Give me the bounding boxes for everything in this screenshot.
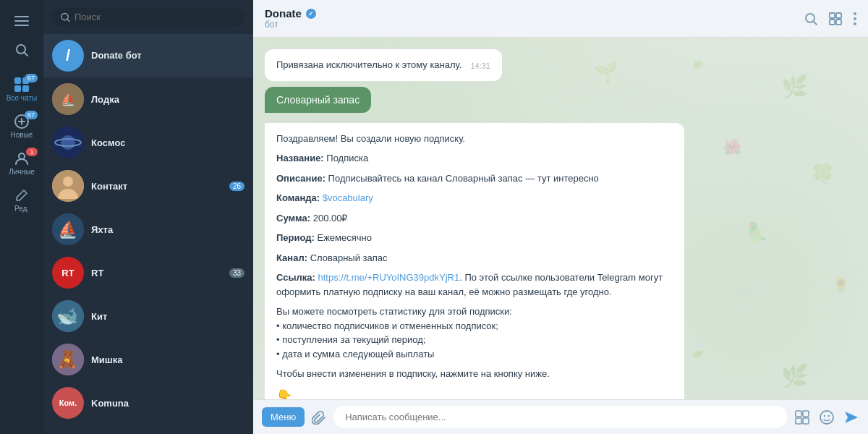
list-item[interactable]: RT RT 33 bbox=[43, 251, 253, 294]
svg-rect-34 bbox=[803, 411, 809, 417]
input-actions bbox=[794, 409, 859, 425]
sidebar-search-button[interactable] bbox=[0, 38, 43, 62]
svg-text:🐋: 🐋 bbox=[56, 305, 78, 326]
list-item[interactable]: ⛵ Лодка bbox=[43, 77, 253, 121]
svg-point-29 bbox=[854, 12, 856, 15]
period-section: Период: Ежемесячно bbox=[276, 231, 673, 245]
list-item[interactable]: 🧸 Мишка bbox=[43, 338, 253, 381]
svg-point-24 bbox=[806, 14, 814, 22]
svg-rect-26 bbox=[836, 13, 841, 18]
link-section: Ссылка: https://t.me/+RUYoING39pdkYjR1. … bbox=[276, 271, 673, 299]
chat-input-area: Меню bbox=[253, 399, 868, 434]
layout-icon[interactable] bbox=[829, 12, 842, 25]
svg-text:⛵: ⛵ bbox=[58, 220, 78, 239]
sidebar-item-all-chats[interactable]: 67 Все чаты bbox=[0, 71, 43, 108]
chat-list-header bbox=[43, 0, 253, 34]
verified-badge: ✓ bbox=[306, 9, 316, 19]
all-chats-label: Все чаты bbox=[7, 94, 37, 102]
chat-name: Яхта bbox=[91, 224, 244, 235]
avatar: ⛵ bbox=[52, 213, 84, 245]
avatar: ⛵ bbox=[52, 83, 84, 115]
personal-label: Личные bbox=[9, 168, 35, 176]
svg-point-17 bbox=[63, 176, 73, 187]
sidebar-icons: 67 Все чаты 67 Новые 1 Личные bbox=[0, 0, 43, 434]
all-chats-badge: 67 bbox=[25, 74, 38, 82]
search-bar[interactable] bbox=[52, 7, 244, 27]
congratulations-text: Поздравляем! Вы создали новую подписку. bbox=[276, 132, 673, 146]
chat-name: Космос bbox=[91, 137, 244, 148]
messages-area: Привязана исключительно к этому каналу. … bbox=[253, 38, 868, 399]
point-down-emoji: 👇 bbox=[276, 387, 673, 400]
svg-point-39 bbox=[828, 414, 830, 416]
search-icon bbox=[61, 12, 70, 22]
avatar: 🐋 bbox=[52, 300, 84, 332]
chat-header-status: бот bbox=[265, 20, 796, 30]
chat-info: Контакт bbox=[91, 181, 222, 192]
svg-point-14 bbox=[61, 135, 75, 150]
chat-info: Donate бот bbox=[91, 50, 244, 62]
chat-name: Лодка bbox=[91, 94, 244, 105]
list-item[interactable]: Контакт 26 bbox=[43, 164, 253, 208]
avatar: 🧸 bbox=[52, 344, 84, 375]
new-badge: 67 bbox=[25, 111, 38, 119]
chat-header-actions bbox=[804, 12, 856, 25]
avatar bbox=[52, 127, 84, 158]
list-item[interactable]: / Donate бот bbox=[43, 34, 253, 77]
svg-rect-7 bbox=[22, 85, 29, 92]
svg-point-31 bbox=[854, 22, 856, 25]
search-header-icon[interactable] bbox=[804, 12, 817, 25]
avatar bbox=[52, 170, 84, 202]
chat-badge: 33 bbox=[229, 268, 244, 278]
chat-info: Мишка bbox=[91, 354, 244, 365]
svg-rect-25 bbox=[830, 13, 835, 18]
message-input[interactable] bbox=[333, 406, 787, 428]
subscription-link[interactable]: https://t.me/+RUYoING39pdkYjR1 bbox=[318, 272, 460, 283]
avatar: Ком. bbox=[52, 387, 84, 419]
top-message-time: 14:31 bbox=[470, 60, 490, 72]
emoji-icon[interactable] bbox=[819, 409, 835, 425]
more-options-icon[interactable] bbox=[854, 12, 856, 25]
top-message-text: Привязана исключительно к этому каналу. bbox=[276, 58, 461, 72]
svg-rect-27 bbox=[830, 20, 835, 25]
chat-badge: 26 bbox=[229, 182, 244, 191]
svg-rect-0 bbox=[14, 16, 29, 17]
sidebar-item-edit[interactable]: Ред. bbox=[0, 182, 43, 218]
chat-header: Donate ✓ бот bbox=[253, 0, 868, 38]
channel-section: Канал: Словарный запас bbox=[276, 251, 673, 265]
sum-section: Сумма: 200.00₽ bbox=[276, 211, 673, 226]
command-link[interactable]: $vocabulary bbox=[323, 192, 373, 203]
chat-info: Komunа bbox=[91, 398, 244, 409]
svg-rect-28 bbox=[836, 20, 841, 25]
command-section: Команда: $vocabulary bbox=[276, 191, 673, 205]
edit-label: Ред. bbox=[14, 205, 29, 213]
svg-text:⛵: ⛵ bbox=[61, 93, 75, 106]
search-input[interactable] bbox=[75, 12, 236, 22]
chat-info: Космос bbox=[91, 137, 244, 148]
section-header-bubble: Словарный запас bbox=[265, 87, 371, 117]
personal-badge: 1 bbox=[26, 148, 38, 156]
menu-button[interactable]: Меню bbox=[262, 407, 305, 427]
svg-point-38 bbox=[824, 414, 825, 416]
list-item[interactable]: Ком. Komunа bbox=[43, 381, 253, 425]
sticker-icon[interactable] bbox=[794, 409, 810, 425]
chat-items-list: / Donate бот ⛵ Лодка Космос bbox=[43, 34, 253, 434]
svg-text:🧸: 🧸 bbox=[56, 349, 78, 370]
attachment-icon[interactable] bbox=[312, 410, 326, 425]
chat-name: Мишка bbox=[91, 354, 244, 365]
chat-header-name: Donate ✓ bbox=[265, 7, 796, 20]
chat-name: RT bbox=[91, 268, 222, 278]
sidebar-menu-button[interactable] bbox=[0, 7, 43, 38]
send-icon[interactable] bbox=[843, 409, 859, 425]
avatar: / bbox=[52, 40, 84, 72]
sidebar-item-new[interactable]: 67 Новые bbox=[0, 108, 43, 145]
chat-meta: 33 bbox=[229, 268, 244, 278]
list-item[interactable]: 🐋 Кит bbox=[43, 294, 253, 338]
chat-info: Кит bbox=[91, 311, 244, 322]
svg-rect-33 bbox=[796, 411, 801, 417]
list-item[interactable]: ⛵ Яхта bbox=[43, 208, 253, 251]
chat-info: Лодка bbox=[91, 94, 244, 105]
main-message-bubble: Поздравляем! Вы создали новую подписку. … bbox=[265, 123, 684, 400]
list-item[interactable]: Космос bbox=[43, 121, 253, 164]
sidebar-item-personal[interactable]: 1 Личные bbox=[0, 145, 43, 182]
chat-info: Яхта bbox=[91, 224, 244, 235]
